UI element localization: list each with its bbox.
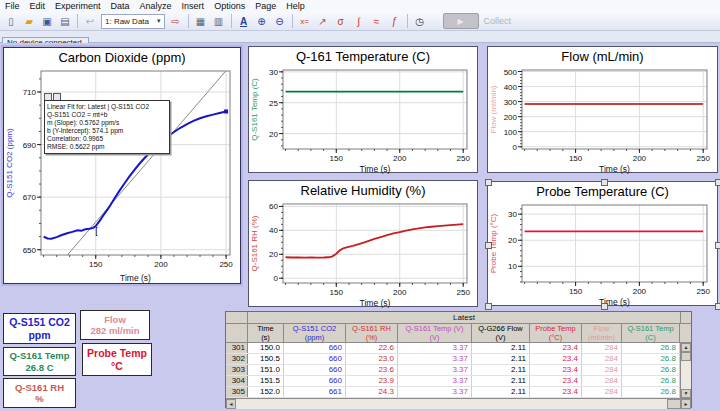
scrollbar-track[interactable] <box>681 361 691 389</box>
table-cell[interactable]: 23.9 <box>346 376 398 386</box>
table-cell[interactable]: 26.8 <box>622 354 680 364</box>
table-cell[interactable]: 23.4 <box>530 343 582 353</box>
resize-handle[interactable] <box>601 179 608 186</box>
curve-fit-icon[interactable]: ≈ <box>369 14 385 29</box>
table-cell[interactable]: 2.11 <box>472 343 530 353</box>
table-cell[interactable]: 660 <box>284 365 346 375</box>
model-icon[interactable]: ƒ <box>387 14 403 29</box>
meter-rh[interactable]: Q-S161 RH % <box>3 378 76 408</box>
column-header[interactable]: Q-S161 Temp (V)(V) <box>398 324 472 342</box>
horizontal-scrollbar[interactable]: ◄► <box>226 398 691 409</box>
vertical-scrollbar[interactable]: ▲▼ <box>680 343 691 398</box>
column-header[interactable]: Q-S151 CO2(ppm) <box>284 324 346 342</box>
print-icon[interactable]: ▤ <box>57 14 73 29</box>
meter-probe-temp[interactable]: Probe Temp °C <box>82 343 152 376</box>
table-cell[interactable]: 284 <box>582 343 622 353</box>
graph-relative-humidity[interactable]: Relative Humidity (%) 1502002500204060Ti… <box>248 180 478 307</box>
menu-item-page[interactable]: Page <box>250 1 281 11</box>
dataset-selector[interactable]: 1: Raw Data▾ <box>101 14 165 29</box>
table-cell[interactable]: 151.5 <box>248 376 284 386</box>
statistics-icon[interactable]: σ <box>333 14 349 29</box>
menu-item-analyze[interactable]: Analyze <box>135 1 177 11</box>
table-cell[interactable]: 150.0 <box>248 343 284 353</box>
zoom-in-icon[interactable]: ⊕ <box>254 14 270 29</box>
table-cell[interactable]: 284 <box>582 354 622 364</box>
scrollbar-thumb[interactable] <box>667 399 681 409</box>
resize-handle[interactable] <box>485 242 492 249</box>
table-cell[interactable]: 2.11 <box>472 387 530 397</box>
table-cell[interactable]: 3.37 <box>398 365 472 375</box>
zoom-out-icon[interactable]: ⊖ <box>272 14 288 29</box>
table-cell[interactable]: 23.0 <box>346 354 398 364</box>
table-cell[interactable]: 24.3 <box>346 387 398 397</box>
examine-icon[interactable]: x= <box>297 14 313 29</box>
menu-item-help[interactable]: Help <box>281 1 310 11</box>
graph-carbon-dioxide[interactable]: Carbon Dioxide (ppm) 1502002506506706907… <box>3 47 241 284</box>
table-cell[interactable]: 26.8 <box>622 376 680 386</box>
scroll-down-icon[interactable]: ▼ <box>681 389 691 398</box>
scrollbar-track[interactable] <box>236 399 667 409</box>
data-table-icon[interactable]: ▦ <box>193 14 209 29</box>
table-cell[interactable]: 152.0 <box>248 387 284 397</box>
graph-q161-temperature[interactable]: Q-161 Temperature (C) 150200250202530Tim… <box>248 46 478 173</box>
scrollbar-thumb[interactable] <box>681 352 691 361</box>
resize-handle[interactable] <box>601 303 608 310</box>
menu-item-data[interactable]: Data <box>106 1 135 11</box>
resize-handle[interactable] <box>715 242 720 249</box>
table-cell[interactable]: 660 <box>284 376 346 386</box>
tangent-icon[interactable]: ↗ <box>315 14 331 29</box>
meter-flow[interactable]: Flow 282 ml/min <box>80 310 150 340</box>
table-cell[interactable]: 23.6 <box>346 365 398 375</box>
table-cell[interactable]: 660 <box>284 343 346 353</box>
table-cell[interactable]: 2.11 <box>472 365 530 375</box>
menu-item-file[interactable]: File <box>0 1 25 11</box>
resize-handle[interactable] <box>485 303 492 310</box>
save-icon[interactable]: ▣ <box>39 14 55 29</box>
new-file-icon[interactable]: ▯ <box>3 14 19 29</box>
table-cell[interactable]: 284 <box>582 387 622 397</box>
resize-handle[interactable] <box>715 179 720 186</box>
table-cell[interactable]: 26.8 <box>622 343 680 353</box>
table-cell[interactable]: 23.4 <box>530 365 582 375</box>
table-cell[interactable]: 284 <box>582 365 622 375</box>
meter-q161-temp[interactable]: Q-S161 Temp 26.8 C <box>3 347 76 376</box>
sensor-setup-icon[interactable]: ▥ <box>211 14 227 29</box>
table-cell[interactable]: 26.8 <box>622 365 680 375</box>
graph-flow[interactable]: Flow (mL/min) 1502002500100200300400500T… <box>487 46 718 173</box>
table-cell[interactable]: 150.5 <box>248 354 284 364</box>
menu-item-experiment[interactable]: Experiment <box>50 1 106 11</box>
table-cell[interactable]: 3.37 <box>398 387 472 397</box>
column-header[interactable]: Q-S161 Temp(C) <box>622 324 680 342</box>
data-collection-clock-icon[interactable]: ◷ <box>412 14 428 29</box>
column-header[interactable]: Time(s) <box>248 324 284 342</box>
graph-probe-temperature[interactable]: Probe Temperature (C) 150200250102030Tim… <box>487 181 718 306</box>
table-cell[interactable]: 284 <box>582 376 622 386</box>
table-cell[interactable]: 660 <box>284 354 346 364</box>
table-cell[interactable]: 26.8 <box>622 387 680 397</box>
menu-item-options[interactable]: Options <box>209 1 250 11</box>
column-header[interactable]: Flow(ml/min) <box>582 324 622 342</box>
next-page-icon[interactable]: ⇨ <box>168 14 184 29</box>
integral-icon[interactable]: ∫ <box>351 14 367 29</box>
scroll-right-icon[interactable]: ► <box>681 399 691 409</box>
table-cell[interactable]: 3.37 <box>398 343 472 353</box>
scroll-up-icon[interactable]: ▲ <box>681 343 691 352</box>
table-cell[interactable]: 23.4 <box>530 387 582 397</box>
menu-item-edit[interactable]: Edit <box>25 1 51 11</box>
column-header[interactable]: Q-S161 RH(%) <box>346 324 398 342</box>
table-cell[interactable]: 23.4 <box>530 354 582 364</box>
column-header[interactable]: Probe Temp(°C) <box>530 324 582 342</box>
autoscale-icon[interactable]: A <box>236 14 252 29</box>
table-cell[interactable]: 23.4 <box>530 376 582 386</box>
meter-co2[interactable]: Q-S151 CO2 ppm <box>3 313 76 344</box>
table-cell[interactable]: 151.0 <box>248 365 284 375</box>
collect-button[interactable]: ▶ <box>443 13 479 29</box>
resize-handle[interactable] <box>485 179 492 186</box>
previous-page-icon[interactable]: ↩ <box>82 14 98 29</box>
resize-handle[interactable] <box>715 303 720 310</box>
table-cell[interactable]: 2.11 <box>472 354 530 364</box>
open-folder-icon[interactable]: ▰ <box>21 14 37 29</box>
table-cell[interactable]: 661 <box>284 387 346 397</box>
scroll-left-icon[interactable]: ◄ <box>226 399 236 409</box>
menu-item-insert[interactable]: Insert <box>177 1 210 11</box>
